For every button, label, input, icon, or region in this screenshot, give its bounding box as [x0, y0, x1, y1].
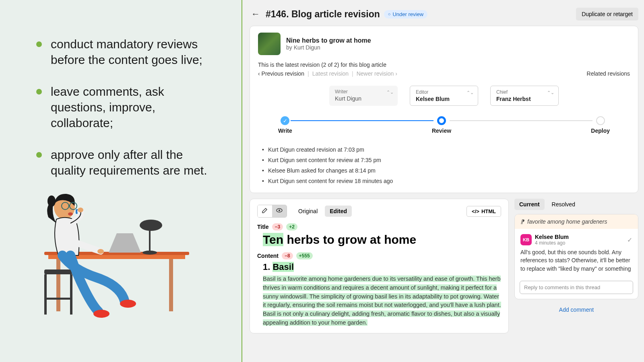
tab-edited[interactable]: Edited: [325, 206, 352, 217]
role-label: Writer: [335, 89, 392, 95]
content-diff-card: Original Edited </> HTML Title −3 +2 Ten…: [250, 199, 509, 333]
step-write-label: Write: [278, 128, 292, 134]
view-mode-toggle: [257, 205, 287, 218]
step-deploy-label: Deploy: [591, 128, 610, 134]
comments-panel: Current Resolved ⁋ favorite among home g…: [514, 199, 638, 333]
quote-icon: ⁋: [520, 218, 524, 225]
bullet-dot-icon: [36, 41, 42, 47]
edit-mode-button[interactable]: [258, 205, 272, 217]
role-name: Kelsee Blum: [416, 96, 472, 102]
svg-rect-6: [70, 274, 72, 315]
editor-role-select[interactable]: ⌃⌄ Editor Kelsee Blum: [410, 86, 478, 106]
activity-item: Kurt Digun sent content for review at 7:…: [268, 157, 381, 163]
document-title: Ten herbs to grow at home: [263, 233, 501, 247]
bullet-dot-icon: [36, 89, 42, 95]
activity-item: Kelsee Blum asked for changes at 8:14 pm: [268, 167, 376, 174]
bullet-text: conduct mandatory reviews before the con…: [51, 36, 217, 68]
back-arrow-icon[interactable]: ←: [250, 7, 262, 21]
comment-body: All's good, but this one sounds bold. An…: [520, 248, 632, 273]
role-label: Chief: [496, 89, 553, 95]
activity-log: Kurt Digun created revision at 7:03 pm K…: [258, 144, 630, 186]
chief-role-select[interactable]: ⌃⌄ Chief Franz Herbst: [490, 86, 559, 106]
bullet-text: approve only after all the quality requi…: [51, 147, 217, 178]
tab-original[interactable]: Original: [293, 206, 322, 217]
related-revisions-link[interactable]: Related revisions: [587, 70, 630, 77]
newer-revision-label: Newer revision ›: [357, 70, 397, 77]
step-review-label: Review: [432, 128, 451, 134]
code-icon: </>: [472, 208, 479, 214]
document-body: Basil is a favorite among home gardeners…: [263, 275, 501, 327]
resolve-check-icon[interactable]: ✓: [627, 236, 632, 244]
content-diff-plus: +555: [296, 252, 313, 259]
step-deploy-pending-icon: [596, 116, 605, 125]
svg-point-9: [140, 220, 162, 231]
bullet-dot-icon: [36, 152, 42, 158]
step-review-current-icon: [437, 116, 446, 125]
content-diff-minus: −8: [282, 252, 293, 259]
title-field-label: Title: [257, 224, 269, 230]
writer-role-select[interactable]: ⌃⌄ Writer Kurt Digun: [329, 86, 398, 106]
document-section-heading: 1. Basil: [263, 262, 501, 272]
article-byline: by Kurt Digun: [286, 44, 371, 51]
workflow-stepper: ✓ Write Review Deploy: [278, 116, 610, 134]
svg-rect-5: [44, 274, 47, 315]
title-diff-minus: −3: [272, 223, 283, 230]
html-view-button[interactable]: </> HTML: [466, 206, 501, 217]
svg-point-14: [47, 195, 56, 207]
svg-rect-2: [56, 259, 60, 311]
activity-item: Kurt Digun created revision at 7:03 pm: [268, 146, 364, 153]
app-pane: ← #146. Blog article revision Under revi…: [242, 0, 644, 362]
chevron-updown-icon: ⌃⌄: [466, 90, 474, 95]
reply-input[interactable]: Reply to comments in this thread: [520, 281, 633, 294]
bullet-text: leave comments, ask questions, improve, …: [51, 84, 217, 131]
svg-point-17: [68, 212, 73, 216]
page-title: #146. Blog article revision: [266, 9, 380, 20]
svg-marker-11: [109, 233, 141, 253]
revision-info: This is the latest revision (2 of 2) for…: [258, 62, 630, 68]
svg-point-22: [93, 310, 109, 318]
svg-rect-7: [44, 298, 72, 300]
content-field-label: Content: [257, 253, 279, 259]
person-at-desk-illustration: [40, 177, 193, 322]
latest-revision-label: Latest revision: [312, 70, 349, 77]
tab-comments-current[interactable]: Current: [514, 199, 545, 210]
svg-point-19: [78, 208, 83, 212]
role-label: Editor: [416, 89, 472, 95]
tab-comments-resolved[interactable]: Resolved: [547, 199, 580, 210]
svg-rect-4: [44, 269, 72, 274]
add-comment-link[interactable]: Add comment: [514, 306, 638, 313]
chevron-updown-icon: ⌃⌄: [386, 90, 394, 95]
comment-time: 4 minutes ago: [535, 240, 569, 246]
chevron-updown-icon: ⌃⌄: [547, 90, 554, 95]
step-write-done-icon: ✓: [281, 116, 289, 125]
avatar: KB: [520, 234, 532, 245]
activity-item: Kurt Digun sent content for review 18 mi…: [268, 178, 393, 184]
thread-reference: favorite among home gardeners: [527, 218, 607, 225]
svg-point-20: [97, 249, 104, 254]
role-name: Kurt Digun: [335, 95, 392, 102]
svg-point-21: [120, 300, 136, 308]
title-diff-plus: +2: [286, 223, 297, 230]
comment-thread: ⁋ favorite among home gardeners KB Kelse…: [514, 214, 638, 299]
prev-revision-link[interactable]: ‹ Previous revision: [258, 70, 304, 77]
svg-point-24: [279, 210, 280, 211]
status-badge: Under review: [384, 10, 427, 19]
marketing-pane: conduct mandatory reviews before the con…: [0, 0, 242, 362]
revision-card: Nine herbs to grow at home by Kurt Digun…: [250, 26, 638, 193]
duplicate-button[interactable]: Duplicate or retarget: [576, 8, 638, 21]
article-title: Nine herbs to grow at home: [286, 37, 371, 44]
article-thumbnail: [258, 33, 281, 55]
svg-rect-3: [169, 259, 173, 311]
role-name: Franz Herbst: [496, 96, 553, 102]
preview-mode-button[interactable]: [272, 205, 287, 217]
comment-author: Kelsee Blum: [535, 234, 569, 240]
